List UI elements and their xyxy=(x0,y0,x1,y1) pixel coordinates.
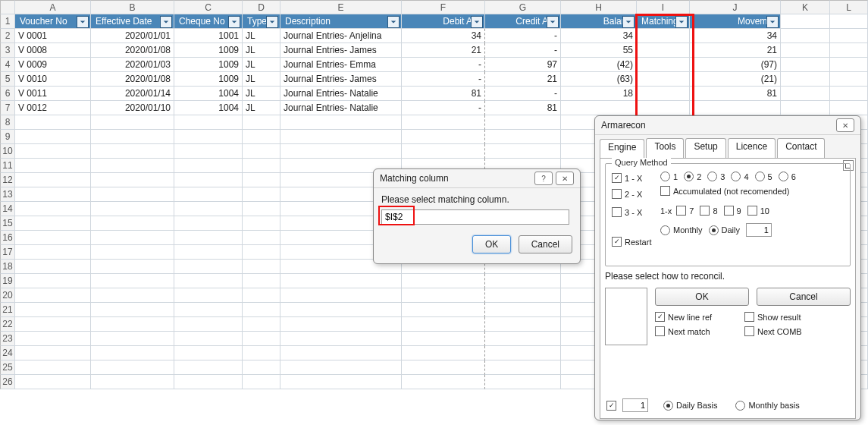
row-header-4[interactable]: 4 xyxy=(0,58,15,72)
reconcil-textbox[interactable] xyxy=(605,288,647,345)
cell-blank[interactable] xyxy=(280,115,402,130)
cell-blank[interactable] xyxy=(15,274,91,288)
cell-blank[interactable] xyxy=(402,303,485,317)
cell[interactable]: 34 xyxy=(402,29,485,43)
check-bottom[interactable] xyxy=(606,401,616,411)
cell[interactable]: Journal Entries- Natalie xyxy=(280,101,402,115)
cell[interactable]: (63) xyxy=(561,72,637,87)
row-header-24[interactable]: 24 xyxy=(0,346,15,360)
cell-blank[interactable] xyxy=(91,360,174,375)
cell[interactable]: 1001 xyxy=(174,29,243,43)
cell[interactable]: JL xyxy=(243,87,280,101)
row-header-6[interactable]: 6 xyxy=(0,87,15,101)
cell-blank[interactable] xyxy=(830,87,868,101)
radio-2[interactable]: 2 xyxy=(684,172,701,181)
cell-blank[interactable] xyxy=(174,115,243,130)
cell-blank[interactable] xyxy=(781,72,830,87)
cell-blank[interactable] xyxy=(485,274,561,288)
cell-blank[interactable] xyxy=(91,202,174,216)
cell-blank[interactable] xyxy=(243,202,280,216)
row-header-7[interactable]: 7 xyxy=(0,101,15,115)
arm-ok-button[interactable]: OK xyxy=(655,288,749,306)
cell[interactable]: 2020/01/01 xyxy=(91,29,174,43)
daily-value-input[interactable] xyxy=(746,223,772,237)
cell-blank[interactable] xyxy=(243,130,280,144)
cell-blank[interactable] xyxy=(91,332,174,346)
cell-blank[interactable] xyxy=(280,130,402,144)
cell-blank[interactable] xyxy=(243,245,280,260)
cell[interactable]: 97 xyxy=(485,58,561,72)
cell-blank[interactable] xyxy=(174,317,243,332)
cell-blank[interactable] xyxy=(15,216,91,231)
cell-blank[interactable] xyxy=(781,14,830,29)
cell-blank[interactable] xyxy=(15,202,91,216)
cell[interactable]: - xyxy=(402,72,485,87)
cell[interactable]: - xyxy=(402,101,485,115)
cell-blank[interactable] xyxy=(15,260,91,274)
cell[interactable]: - xyxy=(402,58,485,72)
cell[interactable]: 21 xyxy=(690,43,781,58)
row-header-26[interactable]: 26 xyxy=(0,375,15,389)
cell[interactable]: 1009 xyxy=(174,43,243,58)
cell[interactable]: JL xyxy=(243,101,280,115)
cell-blank[interactable] xyxy=(174,231,243,245)
radio-1[interactable]: 1 xyxy=(660,172,678,181)
cell[interactable]: - xyxy=(485,87,561,101)
filter-icon[interactable] xyxy=(228,16,240,28)
cell-blank[interactable] xyxy=(15,187,91,202)
cell[interactable]: Journal Entries- Natalie xyxy=(280,87,402,101)
cell[interactable]: (97) xyxy=(690,58,781,72)
col-header-C[interactable]: C xyxy=(174,0,243,14)
cell-blank[interactable] xyxy=(402,360,485,375)
radio-monthly[interactable]: Monthly xyxy=(660,225,703,235)
row-header-25[interactable]: 25 xyxy=(0,360,15,375)
cell-blank[interactable] xyxy=(781,43,830,58)
cell[interactable]: (21) xyxy=(690,72,781,87)
cell-blank[interactable] xyxy=(174,130,243,144)
cell-blank[interactable] xyxy=(402,375,485,389)
cell-blank[interactable] xyxy=(243,346,280,360)
filter-icon[interactable] xyxy=(622,16,635,28)
cell-blank[interactable] xyxy=(485,115,561,130)
row-header-3[interactable]: 3 xyxy=(0,43,15,58)
cell-blank[interactable] xyxy=(402,317,485,332)
table-header-credit-am[interactable]: Credit Am xyxy=(485,14,561,29)
cell-blank[interactable] xyxy=(280,288,402,303)
check-2x[interactable]: 2 - X xyxy=(612,189,642,199)
row-header-23[interactable]: 23 xyxy=(0,332,15,346)
cell-blank[interactable] xyxy=(174,375,243,389)
cell-blank[interactable] xyxy=(485,360,561,375)
cell-blank[interactable] xyxy=(91,317,174,332)
table-header-effective-date[interactable]: Effective Date xyxy=(91,14,174,29)
cell-blank[interactable] xyxy=(91,187,174,202)
cell-blank[interactable] xyxy=(243,375,280,389)
cell-blank[interactable] xyxy=(91,115,174,130)
cell-blank[interactable] xyxy=(174,346,243,360)
cell[interactable] xyxy=(690,101,781,115)
cell-blank[interactable] xyxy=(243,288,280,303)
cell[interactable]: JL xyxy=(243,43,280,58)
cell[interactable]: JL xyxy=(243,58,280,72)
cell-blank[interactable] xyxy=(243,317,280,332)
cell-blank[interactable] xyxy=(243,144,280,159)
cell[interactable]: 81 xyxy=(485,101,561,115)
row-header-11[interactable]: 11 xyxy=(0,159,15,173)
cell-blank[interactable] xyxy=(174,260,243,274)
cell-blank[interactable] xyxy=(15,332,91,346)
check-nextcomb[interactable]: Next COMB xyxy=(744,326,802,336)
cell-blank[interactable] xyxy=(402,346,485,360)
cell[interactable]: V 0009 xyxy=(15,58,91,72)
cell-blank[interactable] xyxy=(402,115,485,130)
cell[interactable]: 2020/01/14 xyxy=(91,87,174,101)
row-header-22[interactable]: 22 xyxy=(0,317,15,332)
cell-blank[interactable] xyxy=(402,332,485,346)
cell-blank[interactable] xyxy=(91,159,174,173)
cell[interactable] xyxy=(637,43,690,58)
radio-daily[interactable]: Daily xyxy=(709,225,740,235)
cell-blank[interactable] xyxy=(280,332,402,346)
cell[interactable] xyxy=(637,58,690,72)
row-header-1[interactable]: 1 xyxy=(0,14,15,29)
col-header-I[interactable]: I xyxy=(637,0,690,14)
row-header-20[interactable]: 20 xyxy=(0,288,15,303)
check-nextmatch[interactable]: Next match xyxy=(655,326,731,336)
